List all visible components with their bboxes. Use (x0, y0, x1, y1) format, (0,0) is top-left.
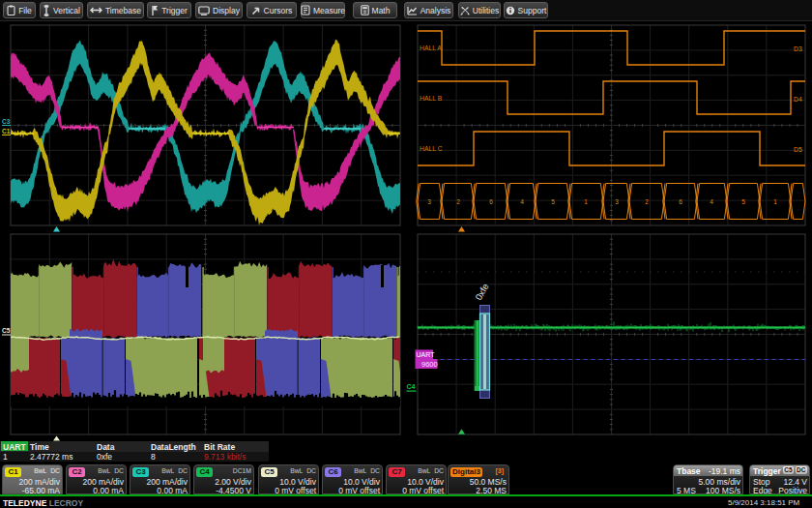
svg-text:6: 6 (679, 198, 682, 205)
svg-text:2: 2 (645, 198, 649, 205)
svg-text:3: 3 (427, 198, 431, 205)
svg-text:4: 4 (520, 198, 524, 205)
svg-text:9600: 9600 (421, 360, 438, 369)
svg-text:6: 6 (489, 198, 493, 205)
svg-text:4: 4 (710, 198, 713, 205)
svg-text:HALL C: HALL C (420, 145, 443, 152)
svg-text:C1: C1 (2, 128, 11, 134)
svg-text:C4: C4 (407, 383, 416, 390)
svg-text:D4: D4 (794, 96, 802, 103)
svg-text:5: 5 (551, 198, 555, 205)
svg-text:5: 5 (741, 198, 745, 205)
svg-text:2: 2 (456, 198, 460, 205)
svg-text:1: 1 (584, 198, 588, 205)
svg-text:HALL A: HALL A (420, 45, 442, 51)
svg-text:3: 3 (615, 198, 619, 205)
svg-text:C3: C3 (2, 118, 11, 125)
svg-text:C5: C5 (2, 327, 11, 334)
svg-text:HALL B: HALL B (420, 95, 443, 102)
svg-text:UART: UART (417, 351, 436, 358)
svg-text:1: 1 (773, 198, 777, 205)
svg-text:D3: D3 (794, 45, 802, 52)
svg-text:D5: D5 (794, 146, 802, 153)
